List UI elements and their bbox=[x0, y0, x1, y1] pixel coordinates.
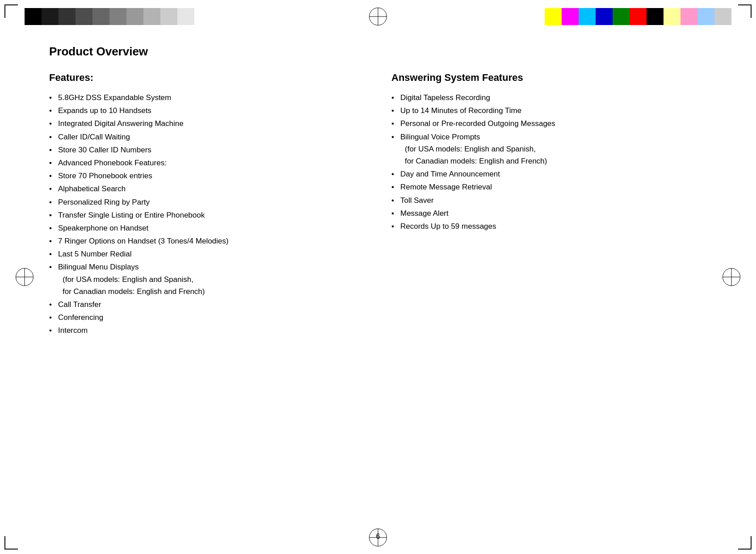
page-number: 6 bbox=[376, 533, 380, 541]
list-item: Records Up to 59 messages bbox=[391, 220, 707, 232]
list-item: for Canadian models: English and French) bbox=[49, 285, 365, 298]
corner-mark-br bbox=[738, 536, 752, 550]
answering-list: Digital Tapeless RecordingUp to 14 Minut… bbox=[391, 92, 707, 232]
crosshair-mid-left bbox=[16, 268, 34, 286]
two-column-layout: Features: 5.8GHz DSS Expandable SystemEx… bbox=[49, 72, 707, 338]
color-swatch bbox=[143, 8, 160, 25]
list-item: Message Alert bbox=[391, 207, 707, 219]
color-swatch bbox=[714, 8, 731, 25]
color-swatch bbox=[160, 8, 177, 25]
color-bar-right bbox=[545, 8, 731, 25]
answering-title: Answering System Features bbox=[391, 72, 707, 84]
color-swatch bbox=[194, 8, 211, 25]
corner-mark-bl bbox=[4, 536, 18, 550]
color-swatch bbox=[92, 8, 109, 25]
color-swatch bbox=[25, 8, 42, 25]
list-item: 7 Ringer Options on Handset (3 Tones/4 M… bbox=[49, 235, 365, 247]
corner-mark-tl bbox=[4, 4, 18, 18]
list-item: Store 70 Phonebook entries bbox=[49, 170, 365, 182]
list-item: Transfer Single Listing or Entire Phoneb… bbox=[49, 209, 365, 221]
color-swatch bbox=[42, 8, 59, 25]
list-item: Alphabetical Search bbox=[49, 183, 365, 195]
color-swatch bbox=[545, 8, 562, 25]
page-title: Product Overview bbox=[49, 45, 707, 59]
color-swatch bbox=[613, 8, 630, 25]
color-bar-left bbox=[25, 8, 211, 25]
list-item: Personalized Ring by Party bbox=[49, 196, 365, 208]
features-column: Features: 5.8GHz DSS Expandable SystemEx… bbox=[49, 72, 365, 338]
list-item: Last 5 Number Redial bbox=[49, 248, 365, 260]
color-swatch bbox=[647, 8, 664, 25]
list-item: Advanced Phonebook Features: bbox=[49, 157, 365, 169]
list-item: Call Transfer bbox=[49, 298, 365, 311]
color-swatch bbox=[562, 8, 579, 25]
color-swatch bbox=[630, 8, 647, 25]
list-item: (for USA models: English and Spanish, bbox=[391, 143, 707, 155]
list-item: Caller ID/Call Waiting bbox=[49, 131, 365, 143]
list-item: Up to 14 Minutes of Recording Time bbox=[391, 105, 707, 117]
list-item: Digital Tapeless Recording bbox=[391, 92, 707, 104]
answering-column: Answering System Features Digital Tapele… bbox=[391, 72, 707, 338]
main-content: Product Overview Features: 5.8GHz DSS Ex… bbox=[49, 45, 707, 518]
color-swatch bbox=[126, 8, 143, 25]
color-swatch bbox=[596, 8, 613, 25]
list-item: Remote Message Retrieval bbox=[391, 181, 707, 193]
list-item: Speakerphone on Handset bbox=[49, 222, 365, 234]
color-swatch bbox=[76, 8, 92, 25]
color-swatch bbox=[177, 8, 194, 25]
list-item: Conferencing bbox=[49, 311, 365, 323]
list-item: Personal or Pre-recorded Outgoing Messag… bbox=[391, 118, 707, 130]
color-swatch bbox=[697, 8, 714, 25]
list-item: for Canadian models: English and French) bbox=[391, 155, 707, 167]
list-item: 5.8GHz DSS Expandable System bbox=[49, 92, 365, 104]
features-title: Features: bbox=[49, 72, 365, 84]
features-list: 5.8GHz DSS Expandable SystemExpands up t… bbox=[49, 92, 365, 337]
list-item: Bilingual Voice Prompts bbox=[391, 131, 707, 143]
list-item: Store 30 Caller ID Numbers bbox=[49, 144, 365, 156]
color-swatch bbox=[109, 8, 126, 25]
list-item: Bilingual Menu Displays bbox=[49, 261, 365, 273]
list-item: Expands up to 10 Handsets bbox=[49, 105, 365, 117]
list-item: Integrated Digital Answering Machine bbox=[49, 118, 365, 130]
crosshair-mid-right bbox=[722, 268, 740, 286]
color-swatch bbox=[664, 8, 680, 25]
color-swatch bbox=[579, 8, 596, 25]
crosshair-top-center bbox=[369, 8, 387, 25]
color-swatch bbox=[680, 8, 697, 25]
color-swatch bbox=[59, 8, 76, 25]
corner-mark-tr bbox=[738, 4, 752, 18]
list-item: Toll Saver bbox=[391, 194, 707, 206]
list-item: Day and Time Announcement bbox=[391, 168, 707, 180]
list-item: (for USA models: English and Spanish, bbox=[49, 273, 365, 285]
list-item: Intercom bbox=[49, 324, 365, 336]
